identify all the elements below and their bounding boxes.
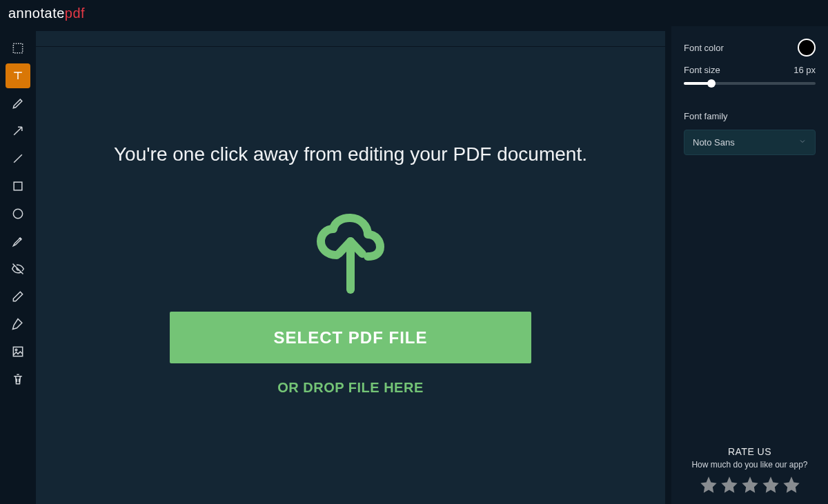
rectangle-tool[interactable]	[6, 174, 30, 199]
pen-icon	[11, 317, 25, 331]
rate-title: RATE US	[684, 446, 816, 457]
pencil-icon	[11, 97, 25, 110]
text-tool[interactable]	[6, 63, 30, 88]
font-size-label: Font size	[684, 65, 720, 75]
highlighter-tool[interactable]	[6, 229, 30, 254]
font-color-swatch[interactable]	[798, 39, 816, 57]
pencil-tool[interactable]	[6, 91, 30, 116]
font-size-value: 16 px	[793, 65, 816, 75]
canvas-area: You're one click away from editing your …	[36, 26, 671, 504]
line-icon	[11, 152, 25, 165]
text-icon	[11, 69, 25, 83]
svg-rect-0	[13, 43, 22, 52]
rating-stars	[684, 475, 816, 494]
star-icon[interactable]	[699, 475, 718, 494]
delete-tool[interactable]	[6, 367, 30, 392]
select-pdf-button[interactable]: SELECT PDF FILE	[170, 312, 531, 363]
font-family-label: Font family	[684, 111, 816, 121]
svg-rect-3	[13, 347, 22, 356]
logo-part-2: pdf	[65, 6, 85, 21]
arrow-tool[interactable]	[6, 119, 30, 143]
rectangle-icon	[11, 179, 25, 193]
blur-tool[interactable]	[6, 256, 30, 281]
eraser-icon	[11, 290, 25, 303]
svg-rect-1	[14, 182, 22, 190]
right-panel: Font color Font size 16 px Font family N…	[671, 26, 828, 504]
font-color-label: Font color	[684, 43, 724, 53]
trash-icon	[11, 372, 25, 386]
upload-cloud-icon	[313, 214, 388, 299]
font-family-value: Noto Sans	[693, 137, 735, 148]
logo-part-1: annotate	[8, 6, 65, 21]
font-family-select[interactable]: Noto Sans	[684, 130, 816, 155]
select-tool[interactable]	[6, 36, 30, 61]
font-color-row: Font color	[684, 39, 816, 57]
star-icon[interactable]	[740, 475, 760, 494]
canvas-top-strip	[36, 30, 665, 47]
line-tool[interactable]	[6, 146, 30, 171]
star-icon[interactable]	[782, 475, 801, 494]
rate-us-block: RATE US How much do you like our app?	[684, 446, 816, 494]
rate-subtitle: How much do you like our app?	[684, 460, 816, 470]
svg-point-2	[13, 209, 22, 218]
canvas[interactable]: You're one click away from editing your …	[36, 47, 665, 504]
font-size-slider[interactable]	[684, 78, 816, 85]
header: annotatepdf	[0, 0, 828, 26]
font-size-row: Font size 16 px	[684, 65, 816, 75]
circle-tool[interactable]	[6, 201, 30, 226]
highlighter-icon	[11, 234, 25, 248]
chevron-down-icon	[798, 137, 807, 148]
arrow-icon	[11, 124, 25, 138]
image-tool[interactable]	[6, 339, 30, 364]
eye-off-icon	[11, 262, 25, 276]
headline-text: You're one click away from editing your …	[114, 143, 587, 165]
image-icon	[11, 345, 25, 359]
main-area: You're one click away from editing your …	[0, 26, 828, 504]
star-icon[interactable]	[761, 475, 780, 494]
star-icon[interactable]	[720, 475, 739, 494]
slider-thumb[interactable]	[707, 79, 716, 88]
pen-tool[interactable]	[6, 312, 30, 336]
svg-point-4	[15, 349, 17, 351]
app-logo: annotatepdf	[8, 6, 85, 21]
circle-icon	[11, 207, 25, 221]
eraser-tool[interactable]	[6, 284, 30, 309]
select-icon	[11, 41, 25, 55]
toolbar	[0, 26, 36, 504]
drop-file-text: OR DROP FILE HERE	[277, 380, 424, 396]
